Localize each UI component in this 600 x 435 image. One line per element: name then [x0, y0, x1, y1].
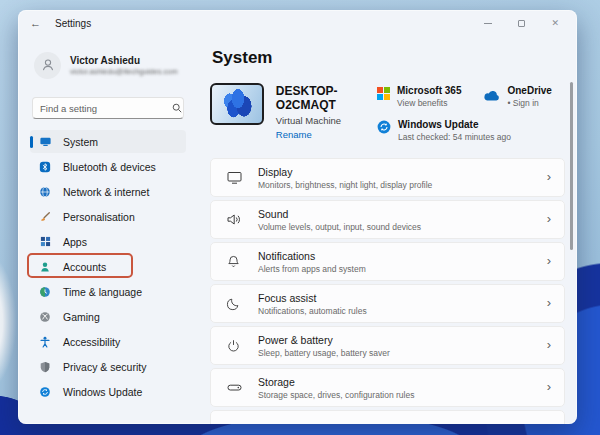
page-title: System	[212, 48, 565, 68]
sidebar-item-accounts[interactable]: Accounts	[30, 255, 186, 278]
sidebar-item-accessibility[interactable]: Accessibility	[30, 330, 186, 353]
chevron-right-icon: ›	[547, 212, 551, 227]
row-multi-tasking[interactable]: Multi-tasking ›	[210, 410, 565, 424]
card-subtitle: Last checked: 54 minutes ago	[398, 132, 511, 142]
search-input[interactable]	[40, 103, 172, 114]
window-controls: ✕	[484, 19, 565, 28]
microsoft-365-card[interactable]: Microsoft 365 View benefits	[377, 85, 461, 108]
quick-cards: Microsoft 365 View benefits OneDrive	[377, 83, 565, 142]
sidebar-item-bluetooth-devices[interactable]: Bluetooth & devices	[30, 155, 186, 178]
row-subtitle: Notifications, automatic rules	[258, 306, 367, 316]
chevron-right-icon: ›	[547, 380, 551, 395]
moon-icon	[226, 296, 243, 311]
chevron-right-icon: ›	[547, 422, 551, 424]
scrollbar[interactable]	[570, 82, 573, 250]
bell-icon	[226, 254, 243, 269]
settings-window: ← Settings ✕ Victor Ashiedu victor.ashie…	[18, 10, 577, 424]
accounts-person-icon	[38, 260, 52, 274]
selected-indicator	[30, 136, 33, 148]
display-icon	[226, 170, 243, 185]
close-icon[interactable]: ✕	[551, 19, 559, 28]
onedrive-cloud-icon	[483, 87, 500, 105]
windows-update-card[interactable]: Windows Update Last checked: 54 minutes …	[377, 119, 565, 142]
card-title: Microsoft 365	[397, 85, 461, 96]
device-name: DESKTOP-O2CMAQT	[276, 84, 377, 112]
sidebar-item-system[interactable]: System	[30, 130, 186, 153]
sidebar: Victor Ashiedu victor.ashiedu@itechguide…	[18, 36, 198, 424]
device-type: Virtual Machine	[276, 115, 377, 126]
sidebar-item-label: Time & language	[63, 286, 142, 298]
card-subtitle: View benefits	[397, 98, 461, 108]
card-title: Windows Update	[398, 119, 511, 130]
sidebar-item-label: Network & internet	[63, 186, 149, 198]
row-title: Storage	[258, 376, 414, 388]
minimize-icon[interactable]	[484, 23, 492, 24]
row-title: Sound	[258, 208, 421, 220]
apps-grid-icon	[38, 235, 52, 249]
row-notifications[interactable]: Notifications Alerts from apps and syste…	[210, 242, 565, 281]
onedrive-card[interactable]: OneDrive • Sign in	[483, 85, 551, 108]
sidebar-item-label: System	[63, 136, 98, 148]
sidebar-item-network-internet[interactable]: Network & internet	[30, 180, 186, 203]
storage-drive-icon	[226, 380, 243, 395]
sidebar-item-label: Privacy & security	[63, 361, 146, 373]
sidebar-item-time-language[interactable]: Time & language	[30, 280, 186, 303]
windows-update-icon	[38, 385, 52, 399]
network-globe-icon	[38, 185, 52, 199]
search-box[interactable]	[32, 97, 184, 119]
row-sound[interactable]: Sound Volume levels, output, input, soun…	[210, 200, 565, 239]
sidebar-item-label: Personalisation	[63, 211, 135, 223]
row-power-battery[interactable]: Power & battery Sleep, battery usage, ba…	[210, 326, 565, 365]
sidebar-item-windows-update[interactable]: Windows Update	[30, 380, 186, 403]
personalisation-brush-icon	[38, 210, 52, 224]
sidebar-item-label: Accounts	[63, 261, 106, 273]
privacy-shield-icon	[38, 360, 52, 374]
back-arrow-icon[interactable]: ←	[30, 17, 41, 29]
sidebar-item-label: Bluetooth & devices	[63, 161, 156, 173]
row-subtitle: Sleep, battery usage, battery saver	[258, 348, 390, 358]
row-title: Notifications	[258, 250, 366, 262]
row-title: Focus assist	[258, 292, 367, 304]
chevron-right-icon: ›	[547, 296, 551, 311]
chevron-right-icon: ›	[547, 254, 551, 269]
user-email-blurred: victor.ashiedu@itechguides.com	[70, 67, 178, 76]
search-icon	[172, 99, 182, 117]
sidebar-nav: System Bluetooth & devices Network & int…	[30, 130, 186, 403]
main-content: System DESKTOP-O2CMAQT Virtual Machine R…	[198, 36, 577, 424]
system-monitor-icon	[38, 135, 52, 149]
sidebar-item-apps[interactable]: Apps	[30, 230, 186, 253]
settings-rows: Display Monitors, brightness, night ligh…	[210, 158, 565, 424]
avatar	[34, 52, 61, 79]
row-subtitle: Storage space, drives, configuration rul…	[258, 390, 414, 400]
sidebar-item-personalisation[interactable]: Personalisation	[30, 205, 186, 228]
user-profile[interactable]: Victor Ashiedu victor.ashiedu@itechguide…	[34, 46, 184, 84]
device-thumbnail	[210, 83, 264, 125]
rename-link[interactable]: Rename	[276, 129, 377, 140]
row-subtitle: Alerts from apps and system	[258, 264, 366, 274]
sidebar-item-label: Gaming	[63, 311, 100, 323]
card-title: OneDrive	[507, 85, 551, 96]
row-title: Multi-tasking	[258, 423, 317, 425]
user-name: Victor Ashiedu	[70, 55, 178, 66]
card-subtitle: • Sign in	[507, 98, 551, 108]
chevron-right-icon: ›	[547, 338, 551, 353]
row-display[interactable]: Display Monitors, brightness, night ligh…	[210, 158, 565, 197]
speaker-icon	[226, 212, 243, 227]
row-title: Power & battery	[258, 334, 390, 346]
device-block: DESKTOP-O2CMAQT Virtual Machine Rename	[210, 83, 377, 142]
titlebar: ← Settings ✕	[18, 10, 577, 36]
sidebar-item-gaming[interactable]: Gaming	[30, 305, 186, 328]
device-section: DESKTOP-O2CMAQT Virtual Machine Rename	[210, 83, 565, 142]
row-storage[interactable]: Storage Storage space, drives, configura…	[210, 368, 565, 407]
window-title: Settings	[55, 18, 91, 29]
sidebar-item-privacy-security[interactable]: Privacy & security	[30, 355, 186, 378]
row-title: Display	[258, 166, 432, 178]
row-subtitle: Volume levels, output, input, sound devi…	[258, 222, 421, 232]
bluetooth-icon	[38, 160, 52, 174]
gaming-xbox-icon	[38, 310, 52, 324]
time-language-globe-icon	[38, 285, 52, 299]
row-focus-assist[interactable]: Focus assist Notifications, automatic ru…	[210, 284, 565, 323]
maximize-icon[interactable]	[518, 20, 525, 27]
sidebar-item-label: Windows Update	[63, 386, 142, 398]
desktop-wallpaper: ← Settings ✕ Victor Ashiedu victor.ashie…	[0, 0, 600, 435]
